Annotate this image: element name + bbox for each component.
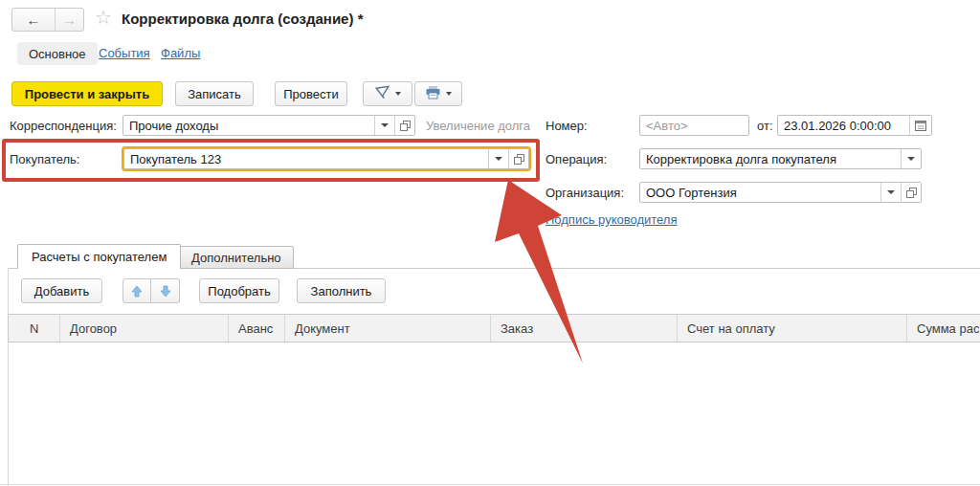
- post-and-close-button[interactable]: Провести и закрыть: [11, 81, 163, 106]
- column-header-invoice[interactable]: Счет на оплату: [678, 315, 907, 342]
- operation-label: Операция:: [546, 152, 607, 166]
- favorite-star-icon[interactable]: ☆: [95, 7, 112, 28]
- page-title: Корректировка долга (создание) *: [122, 11, 363, 27]
- date-input[interactable]: [778, 116, 909, 135]
- chevron-down-icon: [907, 157, 915, 161]
- window-bottom-edge: [0, 484, 980, 485]
- nav-item-main[interactable]: Основное: [17, 42, 98, 65]
- buyer-label: Покупатель:: [10, 152, 79, 166]
- arrow-down-icon: [160, 285, 171, 298]
- manager-signature-link[interactable]: Подпись руководителя: [546, 212, 678, 227]
- save-button[interactable]: Записать: [175, 81, 254, 106]
- arrow-up-icon: [131, 285, 143, 298]
- nav-item-events[interactable]: События: [99, 46, 150, 60]
- tab-settlements[interactable]: Расчеты с покупателем: [17, 244, 181, 269]
- move-down-button[interactable]: [151, 278, 180, 303]
- post-button[interactable]: Провести: [275, 81, 347, 106]
- printer-icon: [425, 85, 441, 102]
- calendar-button[interactable]: [909, 116, 931, 135]
- debt-increase-hint: Увеличение долга: [426, 119, 530, 133]
- correspondence-open-button[interactable]: [394, 116, 414, 135]
- reorder-buttons: [122, 278, 180, 303]
- move-up-button[interactable]: [122, 278, 151, 303]
- tab-additional[interactable]: Дополнительно: [179, 246, 294, 269]
- column-header-document[interactable]: Документ: [285, 315, 491, 342]
- correspondence-field: [122, 115, 415, 136]
- based-on-button[interactable]: [363, 81, 412, 106]
- buyer-open-button[interactable]: [508, 149, 528, 168]
- back-arrow-icon: ←: [27, 11, 41, 28]
- correspondence-dropdown-button[interactable]: [374, 116, 394, 135]
- organization-input[interactable]: [640, 183, 880, 202]
- column-header-n[interactable]: N: [9, 315, 60, 342]
- number-field: [639, 115, 749, 136]
- chevron-down-icon: [495, 157, 502, 161]
- number-input[interactable]: [640, 116, 748, 135]
- open-link-icon: [400, 121, 411, 131]
- operation-field: [639, 148, 922, 169]
- forward-arrow-icon: →: [62, 11, 77, 28]
- correspondence-input[interactable]: [123, 116, 374, 135]
- open-link-icon: [906, 188, 917, 198]
- buyer-dropdown-button[interactable]: [488, 149, 508, 168]
- calendar-icon: [915, 120, 926, 131]
- column-header-order[interactable]: Заказ: [491, 315, 678, 342]
- operation-input[interactable]: [640, 149, 901, 168]
- operation-dropdown-button[interactable]: [901, 149, 921, 168]
- organization-field: [639, 182, 922, 203]
- fill-button[interactable]: Заполнить: [297, 278, 386, 303]
- organization-open-button[interactable]: [901, 183, 921, 202]
- table-body-empty[interactable]: [9, 342, 980, 484]
- date-from-label: от:: [757, 119, 773, 133]
- date-field: [777, 115, 932, 136]
- chevron-down-icon: [381, 123, 389, 127]
- open-link-icon: [514, 154, 524, 165]
- column-header-advance[interactable]: Аванс: [229, 315, 285, 342]
- nav-item-files[interactable]: Файлы: [161, 46, 200, 60]
- history-nav: ← →: [11, 8, 84, 32]
- organization-dropdown-button[interactable]: [880, 183, 901, 202]
- chevron-down-icon: [395, 92, 401, 96]
- add-row-button[interactable]: Добавить: [21, 278, 102, 303]
- pick-button[interactable]: Подобрать: [199, 278, 279, 303]
- table-header-row: N Договор Аванс Документ Заказ Счет на о…: [8, 314, 980, 342]
- organization-label: Организация:: [546, 186, 624, 200]
- correspondence-label: Корреспонденция:: [10, 119, 117, 133]
- print-button[interactable]: [414, 81, 462, 106]
- number-label: Номер:: [546, 119, 588, 133]
- back-button[interactable]: ←: [12, 9, 56, 31]
- buyer-input[interactable]: [124, 149, 488, 168]
- chevron-down-icon: [887, 190, 895, 194]
- forward-button[interactable]: →: [56, 9, 83, 31]
- column-header-contract[interactable]: Договор: [60, 315, 229, 342]
- column-header-amount[interactable]: Сумма рас: [907, 315, 980, 342]
- buyer-field: [123, 148, 529, 169]
- funnel-icon: [374, 85, 390, 102]
- chevron-down-icon: [446, 92, 452, 96]
